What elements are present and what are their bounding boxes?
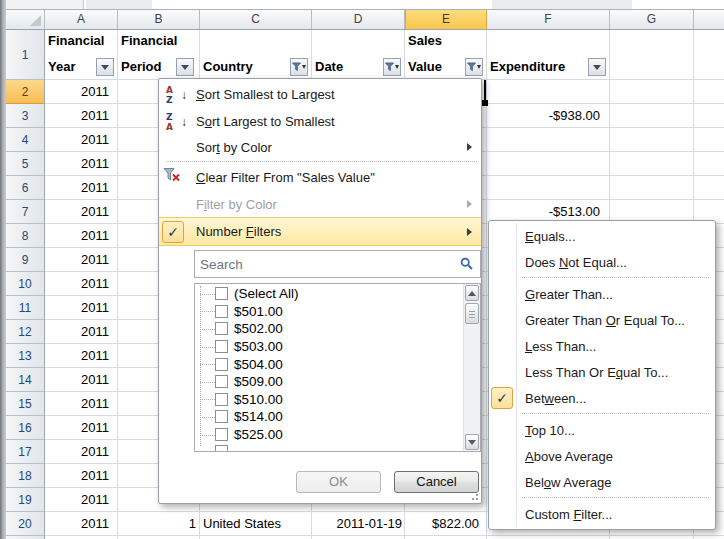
submenu-item-less-than-or-equal[interactable]: Less Than Or Equal To... bbox=[489, 359, 715, 385]
filter-button-sales-value-open[interactable] bbox=[465, 58, 483, 76]
row-header[interactable]: 17 bbox=[6, 440, 44, 464]
column-header-d[interactable]: D bbox=[312, 10, 405, 29]
list-scrollbar[interactable] bbox=[463, 284, 480, 451]
year-cell[interactable]: 2011 bbox=[45, 320, 118, 344]
search-input[interactable] bbox=[195, 251, 480, 277]
filter-button-country-filtered[interactable] bbox=[290, 58, 308, 76]
column-header-b[interactable]: B bbox=[118, 10, 200, 29]
year-cell[interactable]: 2011 bbox=[45, 464, 118, 488]
menu-item-sort-largest-to-smallest[interactable]: ZA↓ Sort Largest to Smallest bbox=[159, 108, 481, 135]
value-checkbox[interactable] bbox=[215, 358, 228, 371]
year-cell[interactable]: 2011 bbox=[45, 488, 118, 512]
header-financial-period-line1[interactable]: Financial bbox=[121, 33, 177, 49]
column-header-a[interactable]: A bbox=[45, 10, 118, 29]
filter-button-date-filtered[interactable] bbox=[383, 58, 401, 76]
expenditure-cell-f3[interactable]: -$938.00 bbox=[487, 104, 610, 128]
year-cell[interactable]: 2011 bbox=[45, 104, 118, 128]
scrollbar-thumb[interactable] bbox=[465, 303, 479, 324]
submenu-item-between[interactable]: Between... bbox=[489, 385, 715, 411]
row-header[interactable]: 8 bbox=[6, 224, 44, 248]
year-cell[interactable]: 2011 bbox=[45, 128, 118, 152]
value-checkbox[interactable] bbox=[215, 287, 228, 300]
fill-handle[interactable] bbox=[482, 100, 488, 106]
row-header[interactable]: 18 bbox=[6, 464, 44, 488]
period-cell-b20[interactable]: 1 bbox=[118, 512, 200, 536]
row-header[interactable]: 11 bbox=[6, 296, 44, 320]
row-header[interactable]: 6 bbox=[6, 176, 44, 200]
header-country[interactable]: Country bbox=[203, 59, 253, 75]
filter-value-item[interactable]: (Select All) bbox=[195, 285, 463, 303]
year-cell[interactable]: 2011 bbox=[45, 224, 118, 248]
filter-value-item[interactable]: $510.00 bbox=[195, 391, 463, 409]
menu-item-clear-filter[interactable]: Clear Filter From "Sales Value" bbox=[159, 164, 481, 191]
menu-item-sort-smallest-to-largest[interactable]: AZ↓ Sort Smallest to Largest bbox=[159, 81, 481, 108]
row-header[interactable]: 13 bbox=[6, 344, 44, 368]
filter-value-item[interactable]: $502.00 bbox=[195, 320, 463, 338]
year-cell[interactable]: 2011 bbox=[45, 344, 118, 368]
row-header[interactable]: 16 bbox=[6, 416, 44, 440]
filter-value-item[interactable]: $525.00 bbox=[195, 426, 463, 444]
value-checkbox[interactable] bbox=[215, 428, 228, 441]
row-header[interactable]: 9 bbox=[6, 248, 44, 272]
value-checkbox[interactable] bbox=[215, 410, 228, 423]
year-cell[interactable]: 2011 bbox=[45, 512, 118, 536]
value-checkbox[interactable] bbox=[215, 375, 228, 388]
submenu-item-greater-than[interactable]: Greater Than... bbox=[489, 281, 715, 307]
row-header[interactable]: 10 bbox=[6, 272, 44, 296]
column-header-f[interactable]: F bbox=[487, 10, 610, 29]
column-header-g[interactable]: G bbox=[610, 10, 694, 29]
row-header[interactable]: 14 bbox=[6, 368, 44, 392]
date-cell-d20[interactable]: 2011-01-19 bbox=[312, 512, 405, 536]
filter-button-expenditure[interactable] bbox=[588, 58, 606, 76]
value-checkbox[interactable] bbox=[215, 322, 228, 335]
year-cell[interactable]: 2011 bbox=[45, 368, 118, 392]
row-header[interactable]: 5 bbox=[6, 152, 44, 176]
header-financial-period-line2[interactable]: Period bbox=[121, 59, 161, 75]
cancel-button[interactable]: Cancel bbox=[394, 471, 479, 493]
year-cell[interactable]: 2011 bbox=[45, 80, 118, 104]
row-header[interactable]: 19 bbox=[6, 488, 44, 512]
filter-value-item[interactable]: $514.00 bbox=[195, 408, 463, 426]
scroll-up-button[interactable] bbox=[465, 285, 479, 301]
row-header[interactable]: 4 bbox=[6, 128, 44, 152]
submenu-item-custom-filter[interactable]: Custom Filter... bbox=[489, 501, 715, 527]
submenu-item-top-10[interactable]: Top 10... bbox=[489, 417, 715, 443]
column-header-e-selected[interactable]: E bbox=[405, 10, 487, 29]
filter-value-item[interactable]: $504.00 bbox=[195, 355, 463, 373]
submenu-item-below-average[interactable]: Below Average bbox=[489, 469, 715, 495]
column-header-c[interactable]: C bbox=[200, 10, 312, 29]
filter-button-financial-year[interactable] bbox=[96, 58, 114, 76]
filter-value-item[interactable]: $503.00 bbox=[195, 338, 463, 356]
submenu-item-greater-than-or-equal[interactable]: Greater Than Or Equal To... bbox=[489, 307, 715, 333]
header-financial-year-line2[interactable]: Year bbox=[48, 59, 75, 75]
filter-button-financial-period[interactable] bbox=[176, 58, 194, 76]
year-cell[interactable]: 2011 bbox=[45, 248, 118, 272]
filter-value-item-partial[interactable] bbox=[195, 442, 463, 452]
year-cell[interactable]: 2011 bbox=[45, 152, 118, 176]
year-cell[interactable]: 2011 bbox=[45, 440, 118, 464]
resize-grip[interactable] bbox=[468, 490, 478, 500]
value-checkbox[interactable] bbox=[215, 340, 228, 353]
year-cell[interactable]: 2011 bbox=[45, 416, 118, 440]
value-checkbox[interactable] bbox=[215, 305, 228, 318]
header-financial-year-line1[interactable]: Financial bbox=[48, 33, 104, 49]
year-cell[interactable]: 2011 bbox=[45, 176, 118, 200]
year-cell[interactable]: 2011 bbox=[45, 392, 118, 416]
submenu-item-less-than[interactable]: Less Than... bbox=[489, 333, 715, 359]
year-cell[interactable]: 2011 bbox=[45, 200, 118, 224]
row-header[interactable]: 3 bbox=[6, 104, 44, 128]
header-sales-value-line1[interactable]: Sales bbox=[408, 33, 442, 49]
value-checkbox[interactable] bbox=[215, 393, 228, 406]
filter-value-item[interactable]: $509.00 bbox=[195, 373, 463, 391]
scroll-down-button[interactable] bbox=[465, 434, 479, 450]
column-header-partial[interactable] bbox=[694, 10, 724, 29]
year-cell[interactable]: 2011 bbox=[45, 296, 118, 320]
select-all-corner[interactable] bbox=[6, 10, 45, 29]
submenu-item-does-not-equal[interactable]: Does Not Equal... bbox=[489, 249, 715, 275]
row-header[interactable]: 15 bbox=[6, 392, 44, 416]
menu-item-sort-by-color[interactable]: Sort by Color bbox=[159, 135, 481, 159]
row-header[interactable]: 20 bbox=[6, 512, 44, 536]
year-cell[interactable]: 2011 bbox=[45, 272, 118, 296]
filter-value-item[interactable]: $501.00 bbox=[195, 303, 463, 321]
row-header[interactable]: 2 bbox=[6, 80, 44, 104]
